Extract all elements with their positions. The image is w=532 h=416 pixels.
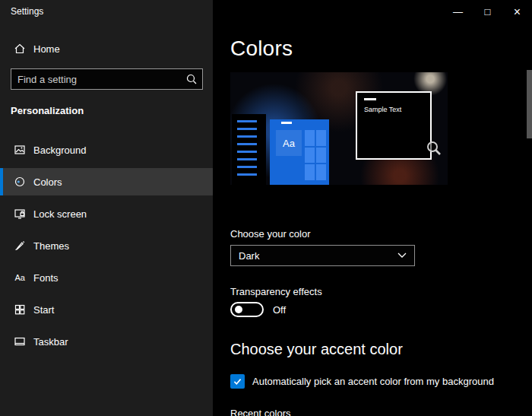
minimize-button[interactable]: — — [443, 0, 473, 24]
transparency-label: Transparency effects — [230, 286, 322, 297]
toggle-knob — [235, 306, 242, 313]
sidebar-item-colors[interactable]: Colors — [0, 168, 213, 195]
preview-aa-tile: Aa — [276, 130, 302, 156]
checkmark-icon — [233, 376, 242, 386]
sidebar-item-label: Colors — [33, 176, 62, 188]
preview-start-tiles — [237, 120, 257, 181]
sidebar-item-background[interactable]: Background — [0, 136, 213, 164]
window-controls: — □ × — [443, 0, 532, 24]
sidebar-home-label: Home — [33, 43, 60, 55]
sidebar: Settings Home Personalization — [0, 0, 213, 416]
choose-color-label: Choose your color — [230, 228, 311, 240]
accent-section-heading: Choose your accent color — [230, 341, 403, 358]
sidebar-item-label: Lock screen — [33, 208, 87, 220]
sidebar-item-label: Start — [33, 304, 54, 316]
sidebar-item-label: Fonts — [33, 272, 59, 284]
preview-title-dash — [281, 122, 292, 124]
app-title: Settings — [11, 6, 43, 17]
preview-sample-dash — [364, 98, 376, 100]
preview-app-window: Aa — [270, 119, 329, 185]
color-mode-dropdown[interactable]: Dark — [230, 245, 415, 266]
page-title: Colors — [230, 37, 293, 61]
sidebar-item-home[interactable]: Home — [0, 35, 213, 62]
color-mode-selected: Dark — [239, 250, 259, 262]
sidebar-item-fonts[interactable]: Aa Fonts — [0, 264, 213, 291]
sidebar-nav: Background Colors — [0, 136, 213, 360]
svg-text:Aa: Aa — [15, 273, 26, 282]
search-input[interactable] — [11, 69, 181, 89]
fonts-icon: Aa — [14, 272, 26, 284]
search-box — [11, 68, 203, 90]
section-personalization: Personalization — [11, 105, 84, 116]
sidebar-item-themes[interactable]: Themes — [0, 232, 213, 259]
sidebar-item-lock-screen[interactable]: Lock screen — [0, 200, 213, 227]
maximize-button[interactable]: □ — [473, 0, 502, 24]
scrollbar-thumb[interactable] — [527, 70, 532, 138]
chevron-down-icon — [397, 252, 407, 259]
sidebar-item-taskbar[interactable]: Taskbar — [0, 328, 213, 355]
auto-accent-row: Automatically pick an accent color from … — [230, 374, 494, 389]
colors-icon — [14, 176, 26, 188]
search-icon[interactable] — [181, 69, 202, 89]
sidebar-item-label: Themes — [33, 240, 69, 252]
background-icon — [14, 144, 26, 156]
transparency-state: Off — [273, 304, 286, 316]
sidebar-item-label: Background — [33, 144, 86, 156]
auto-accent-label: Automatically pick an accent color from … — [252, 376, 494, 387]
transparency-toggle-row: Off — [230, 302, 286, 317]
preview-start-menu — [232, 114, 266, 185]
lock-screen-icon — [14, 208, 26, 220]
recent-colors-heading: Recent colors — [230, 408, 290, 416]
sidebar-item-label: Taskbar — [33, 336, 68, 348]
home-icon — [14, 43, 26, 55]
themes-icon — [14, 240, 26, 252]
close-button[interactable]: × — [502, 0, 532, 24]
preview-sample-window: Sample Text — [356, 91, 432, 160]
taskbar-icon — [14, 335, 26, 348]
transparency-toggle[interactable] — [230, 302, 264, 317]
preview-sample-text: Sample Text — [364, 106, 401, 113]
theme-preview: Aa Sample Text — [230, 72, 448, 185]
auto-accent-checkbox[interactable] — [230, 374, 245, 389]
sidebar-item-start[interactable]: Start — [0, 296, 213, 323]
preview-tile-grid — [305, 130, 326, 180]
settings-window: Settings Home Personalization — [0, 0, 532, 416]
main-content: — □ × Colors Aa Sample Text — [213, 0, 532, 416]
start-icon — [14, 303, 26, 316]
magnifier-icon — [426, 141, 442, 159]
